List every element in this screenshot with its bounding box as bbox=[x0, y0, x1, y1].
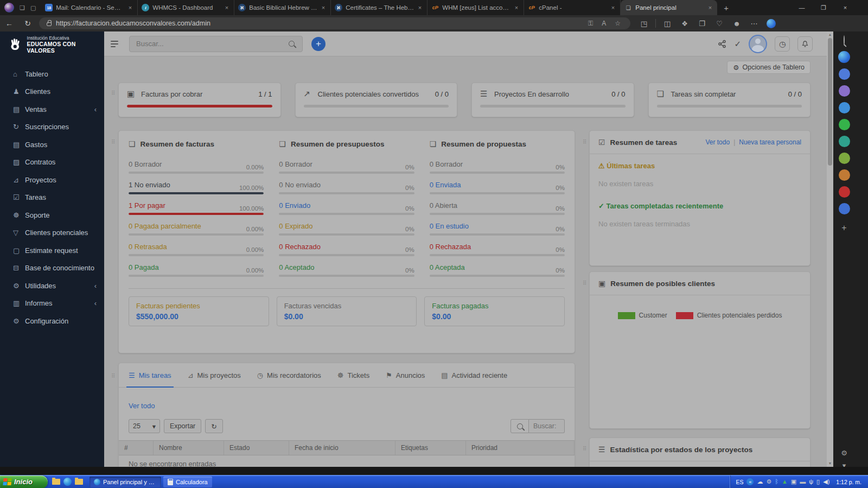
rail-add-icon[interactable]: + bbox=[841, 223, 846, 233]
global-search[interactable] bbox=[129, 36, 303, 52]
tab-close-icon[interactable]: × bbox=[610, 4, 616, 11]
table-column-header[interactable]: Fecha de inicio bbox=[289, 441, 395, 455]
stat-card[interactable]: Tareas sin completar 0 / 0 bbox=[648, 83, 811, 117]
sidebar-item[interactable]: Utilidades ‹ bbox=[0, 277, 104, 295]
scrollbar-thumb[interactable] bbox=[828, 38, 832, 166]
menu-toggle-icon[interactable] bbox=[111, 39, 122, 49]
drag-handle[interactable]: ⠿ bbox=[111, 90, 118, 96]
sidebar-item[interactable]: Ventas ‹ bbox=[0, 100, 104, 118]
dashboard-options-button[interactable]: Opciones de Tablero bbox=[727, 61, 810, 74]
total-box[interactable]: Facturas pagadas $0.00 bbox=[424, 296, 565, 326]
approvals-check-icon[interactable]: ✓ bbox=[734, 39, 741, 49]
rail-app-icon[interactable] bbox=[839, 203, 850, 214]
tasks-view-all-link[interactable]: Ver todo bbox=[705, 138, 730, 146]
page-scrollbar[interactable]: ▲ ▼ bbox=[827, 31, 833, 467]
refresh-icon[interactable]: ↻ bbox=[18, 19, 37, 28]
clock-time[interactable]: 1:12 p. m. bbox=[833, 479, 865, 485]
browser-tab[interactable]: cPanel - × bbox=[524, 0, 621, 15]
table-column-header[interactable]: Etiquetas bbox=[395, 441, 466, 455]
copilot-icon[interactable] bbox=[767, 19, 776, 28]
summary-row[interactable]: 0 Abierta 0% bbox=[430, 201, 565, 215]
address-bar[interactable]: https://facturacion.educamosconvalores.c… bbox=[39, 17, 630, 29]
global-search-input[interactable] bbox=[130, 40, 289, 48]
drag-handle[interactable]: ⠿ bbox=[111, 139, 118, 145]
browser-profile-icon[interactable]: ☻ bbox=[729, 20, 745, 28]
sidebar-item[interactable]: Proyectos bbox=[0, 171, 104, 189]
summary-row[interactable]: 0 Aceptado 0% bbox=[279, 263, 414, 277]
legend-item[interactable]: Customer bbox=[618, 312, 667, 319]
browser-profile-avatar[interactable] bbox=[4, 3, 14, 12]
minimize-button[interactable]: — bbox=[791, 0, 813, 15]
summary-row[interactable]: 1 Por pagar 100.00% bbox=[129, 201, 264, 215]
lock-icon[interactable] bbox=[47, 22, 52, 26]
display-tray-icon[interactable]: ▣ bbox=[791, 479, 796, 485]
dashboard-tab[interactable]: Mis tareas bbox=[129, 363, 171, 388]
taskbar-button[interactable]: Calculadora bbox=[163, 477, 212, 487]
taskbar-button[interactable]: Panel principal y 6 pági... bbox=[90, 477, 161, 487]
summary-row[interactable]: 0 Borrador 0% bbox=[430, 160, 565, 174]
table-search-icon[interactable] bbox=[510, 419, 529, 433]
page-size-select[interactable]: 25 ▾ bbox=[129, 419, 160, 433]
rail-app-icon[interactable] bbox=[839, 68, 850, 80]
rail-search-icon[interactable] bbox=[844, 36, 845, 46]
tab-close-icon[interactable]: × bbox=[320, 4, 327, 11]
timers-clock-icon[interactable]: ◷ bbox=[775, 36, 790, 52]
quick-create-button[interactable]: + bbox=[311, 37, 326, 51]
tab-close-icon[interactable]: × bbox=[417, 4, 423, 11]
settings-tray-icon[interactable]: ⚙ bbox=[766, 479, 771, 485]
tab-actions-icon[interactable]: ▢ bbox=[30, 4, 36, 11]
volume-tray-icon[interactable]: ◀) bbox=[823, 479, 829, 485]
network-tray-icon[interactable]: ▯ bbox=[816, 479, 820, 485]
stat-card[interactable]: Proyectos En desarrollo 0 / 0 bbox=[471, 83, 634, 117]
sidebar-item[interactable]: Suscripciones bbox=[0, 118, 104, 136]
summary-row[interactable]: 0 Enviada 0% bbox=[430, 181, 565, 194]
summary-row[interactable]: 0 En estudio 0% bbox=[430, 222, 565, 236]
rail-copilot-icon[interactable] bbox=[838, 51, 850, 63]
notifications-bell-icon[interactable] bbox=[797, 36, 813, 52]
table-column-header[interactable]: Prioridad bbox=[466, 441, 575, 455]
browser-tab[interactable]: Panel principal × bbox=[621, 0, 717, 15]
collections-icon[interactable]: ❖ bbox=[676, 20, 693, 28]
rail-app-icon[interactable] bbox=[839, 119, 850, 130]
rail-app-icon[interactable] bbox=[839, 153, 850, 164]
rail-app-icon[interactable] bbox=[839, 169, 850, 181]
folder-icon[interactable] bbox=[75, 479, 83, 485]
sidebar-item[interactable]: Base de conocimiento bbox=[0, 259, 104, 277]
back-icon[interactable]: ← bbox=[0, 19, 18, 28]
start-button[interactable]: Inicio bbox=[0, 476, 48, 488]
sidebar-item[interactable]: Clientes potenciales bbox=[0, 224, 104, 242]
summary-row[interactable]: 0 No enviado 0% bbox=[279, 181, 414, 194]
tab-close-icon[interactable]: × bbox=[224, 4, 230, 11]
sidebar-item[interactable]: Gastos bbox=[0, 136, 104, 154]
close-button[interactable]: × bbox=[834, 0, 856, 15]
split-screen-icon[interactable]: ◫ bbox=[659, 20, 675, 28]
folder-icon[interactable] bbox=[52, 479, 60, 485]
shopping-icon[interactable]: ♡ bbox=[711, 20, 727, 28]
tab-close-icon[interactable]: × bbox=[707, 4, 713, 11]
summary-row[interactable]: 0 Borrador 0% bbox=[279, 160, 414, 174]
extensions-icon[interactable]: ◳ bbox=[636, 20, 652, 28]
rail-app-icon[interactable] bbox=[839, 136, 850, 147]
table-column-header[interactable]: Nombre bbox=[154, 441, 224, 455]
drag-handle[interactable]: ⠿ bbox=[111, 373, 118, 379]
total-box[interactable]: Facturas vencidas $0.00 bbox=[277, 296, 417, 326]
workspaces-icon[interactable]: ❏ bbox=[20, 4, 25, 11]
total-box[interactable]: Facturas pendientes $550,000.00 bbox=[129, 296, 269, 326]
rail-settings-icon[interactable] bbox=[841, 449, 847, 457]
summary-row[interactable]: 0 Rechazado 0% bbox=[279, 243, 414, 256]
graphics-tray-icon[interactable]: ▲ bbox=[782, 479, 788, 485]
rail-app-icon[interactable] bbox=[839, 85, 850, 97]
sidebar-item[interactable]: Tablero bbox=[0, 65, 104, 83]
rail-app-icon[interactable] bbox=[839, 186, 850, 198]
sidebar-item[interactable]: Soporte bbox=[0, 206, 104, 224]
read-aloud-icon[interactable]: A bbox=[597, 20, 610, 27]
maximize-button[interactable]: ❐ bbox=[813, 0, 834, 15]
sidebar-item[interactable]: Tareas bbox=[0, 189, 104, 207]
scroll-up-icon[interactable]: ▲ bbox=[827, 31, 833, 38]
drag-handle[interactable]: ⠿ bbox=[583, 446, 589, 452]
new-personal-task-link[interactable]: Nueva tarea personal bbox=[739, 138, 801, 146]
bluetooth-tray-icon[interactable]: ᛒ bbox=[775, 479, 778, 485]
legend-item[interactable]: Clientes potenciales perdidos bbox=[676, 312, 782, 319]
tray-expand-icon[interactable]: « bbox=[746, 478, 754, 485]
search-icon[interactable] bbox=[289, 41, 295, 47]
